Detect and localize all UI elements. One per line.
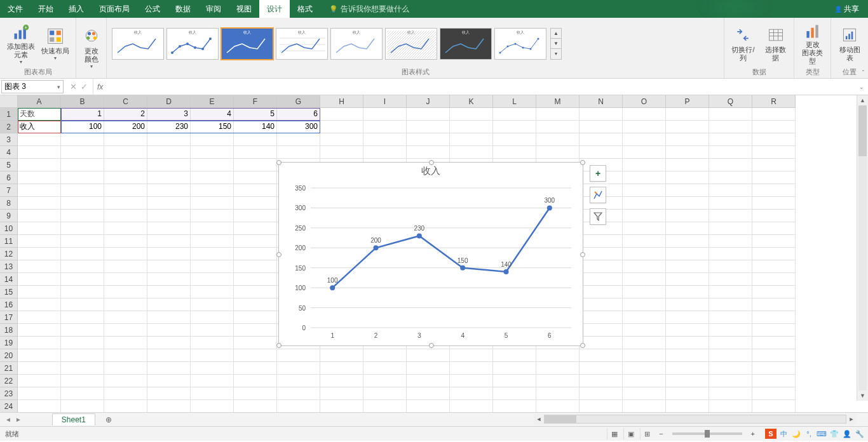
cell-B23[interactable] [61, 387, 104, 400]
cell-B14[interactable] [61, 273, 104, 286]
change-chart-type-button[interactable]: 更改 图表类型 [797, 22, 828, 66]
cell-L22[interactable] [493, 375, 536, 387]
cell-J2[interactable] [407, 121, 450, 133]
cell-C11[interactable] [104, 235, 147, 248]
cell-I1[interactable] [363, 108, 407, 121]
cell-B4[interactable] [61, 146, 104, 159]
cell-L2[interactable] [493, 121, 536, 133]
cell-R18[interactable] [752, 324, 796, 337]
cell-C23[interactable] [104, 387, 147, 400]
cell-H21[interactable] [320, 362, 363, 375]
view-page-break-icon[interactable]: ⊞ [640, 428, 654, 439]
cell-F24[interactable] [234, 400, 277, 413]
cell-C21[interactable] [104, 362, 147, 375]
cell-F8[interactable] [234, 197, 277, 210]
cell-B15[interactable] [61, 286, 104, 298]
row-header-16[interactable]: 16 [0, 298, 18, 311]
row-header-20[interactable]: 20 [0, 349, 18, 362]
cell-E20[interactable] [191, 349, 234, 362]
col-header-E[interactable]: E [191, 95, 234, 108]
chart-style-3[interactable]: 收入 [221, 28, 273, 60]
cell-F5[interactable] [234, 159, 277, 171]
cell-M4[interactable] [536, 146, 580, 159]
cell-P22[interactable] [666, 375, 709, 387]
row-header-7[interactable]: 7 [0, 184, 18, 197]
cell-A16[interactable] [18, 298, 61, 311]
cell-P2[interactable] [666, 121, 709, 133]
cell-O5[interactable] [623, 159, 666, 171]
cell-F4[interactable] [234, 146, 277, 159]
cell-I4[interactable] [363, 146, 407, 159]
cell-N24[interactable] [580, 400, 623, 413]
cell-P13[interactable] [666, 260, 709, 273]
spreadsheet-grid[interactable]: ABCDEFGHIJKLMNOPQR 123456789101112131415… [0, 95, 868, 413]
cell-K1[interactable] [450, 108, 493, 121]
tray-icon-3[interactable]: °, [803, 429, 815, 439]
cell-P23[interactable] [666, 387, 709, 400]
cell-N4[interactable] [580, 146, 623, 159]
cell-C3[interactable] [104, 133, 147, 146]
cell-D2[interactable]: 230 [147, 121, 191, 133]
chart-styles-button[interactable] [590, 187, 606, 203]
resize-handle-e[interactable] [580, 252, 585, 257]
row-header-14[interactable]: 14 [0, 273, 18, 286]
cell-C24[interactable] [104, 400, 147, 413]
cell-L20[interactable] [493, 349, 536, 362]
chart-filter-button[interactable] [590, 208, 606, 225]
col-header-J[interactable]: J [407, 95, 450, 108]
cell-B19[interactable] [61, 337, 104, 349]
row-header-22[interactable]: 22 [0, 375, 18, 387]
cell-F19[interactable] [234, 337, 277, 349]
cell-O16[interactable] [623, 298, 666, 311]
cell-O2[interactable] [623, 121, 666, 133]
cell-H2[interactable] [320, 121, 363, 133]
tab-home[interactable]: 开始 [31, 0, 61, 18]
chart-style-2[interactable]: 收入 [166, 28, 219, 60]
cell-B8[interactable] [61, 197, 104, 210]
cell-R5[interactable] [752, 159, 796, 171]
row-header-13[interactable]: 13 [0, 260, 18, 273]
cell-E6[interactable] [191, 171, 234, 184]
cell-A13[interactable] [18, 260, 61, 273]
cell-D8[interactable] [147, 197, 191, 210]
cell-Q5[interactable] [709, 159, 752, 171]
cell-D11[interactable] [147, 235, 191, 248]
cell-N23[interactable] [580, 387, 623, 400]
cell-N13[interactable] [580, 260, 623, 273]
tab-insert[interactable]: 插入 [61, 0, 92, 18]
cell-P19[interactable] [666, 337, 709, 349]
cell-R8[interactable] [752, 197, 796, 210]
cell-L23[interactable] [493, 387, 536, 400]
cell-D13[interactable] [147, 260, 191, 273]
cell-B21[interactable] [61, 362, 104, 375]
cell-P17[interactable] [666, 311, 709, 324]
cell-D17[interactable] [147, 311, 191, 324]
cell-R14[interactable] [752, 273, 796, 286]
cell-F1[interactable]: 5 [234, 108, 277, 121]
cell-F9[interactable] [234, 210, 277, 222]
cell-Q18[interactable] [709, 324, 752, 337]
cell-D20[interactable] [147, 349, 191, 362]
cell-G1[interactable]: 6 [277, 108, 320, 121]
cell-B20[interactable] [61, 349, 104, 362]
cell-N11[interactable] [580, 235, 623, 248]
cell-R2[interactable] [752, 121, 796, 133]
ime-icon[interactable]: S [765, 429, 776, 439]
cell-B5[interactable] [61, 159, 104, 171]
cell-C19[interactable] [104, 337, 147, 349]
cell-D6[interactable] [147, 171, 191, 184]
cell-E18[interactable] [191, 324, 234, 337]
row-header-23[interactable]: 23 [0, 387, 18, 400]
row-header-21[interactable]: 21 [0, 362, 18, 375]
cell-N1[interactable] [580, 108, 623, 121]
add-sheet-button[interactable]: ⊕ [102, 414, 116, 425]
cell-Q20[interactable] [709, 349, 752, 362]
cell-J24[interactable] [407, 400, 450, 413]
cell-C22[interactable] [104, 375, 147, 387]
cell-R1[interactable] [752, 108, 796, 121]
cell-K20[interactable] [450, 349, 493, 362]
cell-D1[interactable]: 3 [147, 108, 191, 121]
col-header-A[interactable]: A [18, 95, 61, 108]
cell-C5[interactable] [104, 159, 147, 171]
cell-R15[interactable] [752, 286, 796, 298]
